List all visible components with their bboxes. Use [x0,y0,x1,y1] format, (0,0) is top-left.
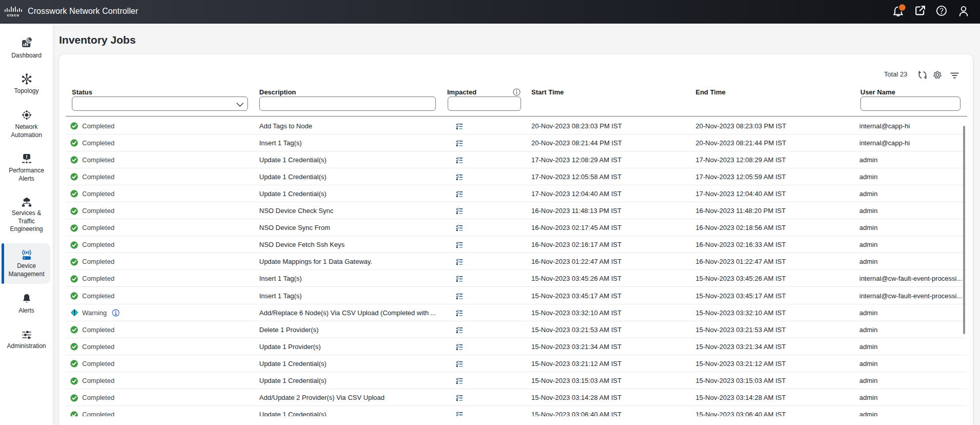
svg-text:cisco: cisco [7,13,20,17]
